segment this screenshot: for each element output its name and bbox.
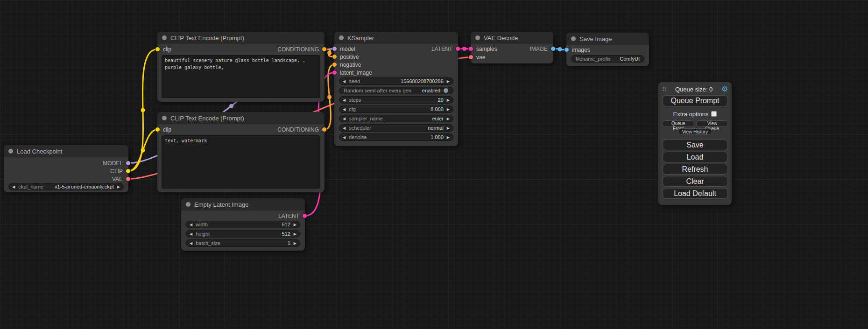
node-vae-decode[interactable]: VAE Decode samples IMAGE vae [471,32,553,63]
decrement-icon[interactable] [339,98,349,102]
node-title-bar[interactable]: Load Checkpoint [4,145,128,157]
denoise-widget[interactable]: denoise 1.000 [339,133,453,141]
drag-handle-icon[interactable] [662,85,667,93]
ckpt-name-widget[interactable]: ckpt_name v1-5-pruned-emaonly.ckpt [8,183,124,190]
output-slot-clip: CLIP [4,167,128,175]
node-title-bar[interactable]: Empty Latent Image [181,198,305,210]
next-value-icon[interactable] [114,185,123,189]
collapse-dot-icon[interactable] [162,116,167,120]
seed-control-widget[interactable]: Random seed after every gen enabled [339,87,453,94]
scheduler-widget[interactable]: scheduler normal [339,124,453,132]
node-clip-text-encode-negative[interactable]: CLIP Text Encode (Prompt) clip CONDITION… [157,112,325,192]
model-output-dot[interactable] [126,161,131,166]
node-title-bar[interactable]: KSampler [334,32,458,44]
decrement-icon[interactable] [186,232,196,236]
node-title: CLIP Text Encode (Prompt) [170,35,244,42]
link-clip [128,130,157,171]
save-workflow-button[interactable]: Save [663,140,728,150]
node-clip-text-encode-positive[interactable]: CLIP Text Encode (Prompt) clip CONDITION… [157,32,325,102]
increment-icon[interactable] [290,232,300,236]
sampler-name-widget[interactable]: sampler_name euler [339,115,453,122]
settings-gear-icon[interactable] [721,85,728,93]
clear-button[interactable]: Clear [663,176,728,187]
node-load-checkpoint[interactable]: Load Checkpoint MODEL CLIP VAE ckpt_name… [4,145,128,192]
view-history-button[interactable]: View History [678,128,712,135]
next-value-icon[interactable] [444,126,453,130]
collapse-dot-icon[interactable] [475,35,480,40]
clip-input-dot[interactable] [155,127,160,132]
load-default-button[interactable]: Load Default [663,188,728,199]
collapse-dot-icon[interactable] [186,202,191,207]
latent-output-dot[interactable] [455,46,460,51]
queue-front-button[interactable]: Queue Front [662,120,694,127]
prev-value-icon[interactable] [339,117,349,121]
batch-size-widget[interactable]: batch_size 1 [186,239,300,247]
next-value-icon[interactable] [444,117,453,121]
cfg-widget[interactable]: cfg 8.000 [339,105,453,113]
queue-prompt-button[interactable]: Queue Prompt [663,95,728,106]
node-title-bar[interactable]: Save Image [566,33,649,45]
extra-options-row: Extra options [673,110,717,118]
negative-input-dot[interactable] [332,62,337,67]
decrement-icon[interactable] [339,135,349,140]
images-input-dot[interactable] [564,47,569,52]
node-save-image[interactable]: Save Image images filename_prefix ComfyU… [566,33,649,66]
node-title-bar[interactable]: CLIP Text Encode (Prompt) [157,32,325,44]
increment-icon[interactable] [444,135,453,140]
increment-icon[interactable] [444,79,453,84]
vae-output-dot[interactable] [126,176,131,182]
extra-options-checkbox[interactable] [711,111,717,117]
node-title: CLIP Text Encode (Prompt) [170,115,244,122]
filename-prefix-widget[interactable]: filename_prefix ComfyUI [571,55,644,63]
link-midpoint-dot [558,47,562,51]
conditioning-output-dot[interactable] [322,47,327,52]
increment-icon[interactable] [444,98,453,102]
output-slot-vae: VAE [4,175,128,183]
collapse-dot-icon[interactable] [339,35,344,40]
load-workflow-button[interactable]: Load [663,152,728,162]
node-ksampler[interactable]: KSampler model LATENT positive negative … [334,32,458,146]
seed-control-toggle-icon[interactable] [443,88,449,93]
prev-value-icon[interactable] [339,126,349,130]
prev-value-icon[interactable] [9,185,18,189]
clip-output-dot[interactable] [126,168,131,174]
positive-input-dot[interactable] [332,54,337,59]
decrement-icon[interactable] [339,79,349,84]
steps-widget[interactable]: steps 20 [339,96,453,104]
width-widget[interactable]: width 512 [186,221,300,228]
vae-input-dot[interactable] [468,55,473,60]
height-widget[interactable]: height 512 [186,230,300,238]
seed-widget[interactable]: seed 156680208700286 [339,77,453,85]
link-midpoint-dot [462,47,466,51]
clip-input-dot[interactable] [155,47,160,52]
link-midpoint-dot [229,104,233,108]
increment-icon[interactable] [444,107,453,112]
decrement-icon[interactable] [186,223,196,227]
slot-row-model-latent: model LATENT [334,45,458,53]
node-title: VAE Decode [484,35,518,42]
model-input-dot[interactable] [332,46,337,51]
latent-image-input-dot[interactable] [332,70,337,75]
image-output-dot[interactable] [550,46,556,51]
increment-icon[interactable] [290,241,300,245]
decrement-icon[interactable] [339,107,349,112]
negative-prompt-textarea[interactable]: text, watermark [162,135,320,189]
conditioning-output-dot[interactable] [322,127,327,132]
node-title-bar[interactable]: CLIP Text Encode (Prompt) [157,112,325,124]
collapse-dot-icon[interactable] [162,35,167,40]
latent-output-dot[interactable] [302,213,307,218]
increment-icon[interactable] [290,223,300,227]
node-empty-latent-image[interactable]: Empty Latent Image LATENT width 512 heig… [181,198,305,251]
view-queue-button[interactable]: View Queue [696,120,728,127]
samples-input-dot[interactable] [468,46,473,51]
collapse-dot-icon[interactable] [8,149,13,154]
graph-canvas[interactable]: Load Checkpoint MODEL CLIP VAE ckpt_name… [0,0,868,329]
node-title-bar[interactable]: VAE Decode [471,32,553,44]
slot-row: clip CONDITIONING [157,126,325,133]
refresh-button[interactable]: Refresh [663,164,728,175]
collapse-dot-icon[interactable] [571,36,576,41]
slot-row-latent-image: latent_image [334,69,458,77]
positive-prompt-textarea[interactable]: beautiful scenery nature glass bottle la… [162,55,320,98]
decrement-icon[interactable] [186,241,196,245]
slot-row-vae: vae [471,53,553,61]
